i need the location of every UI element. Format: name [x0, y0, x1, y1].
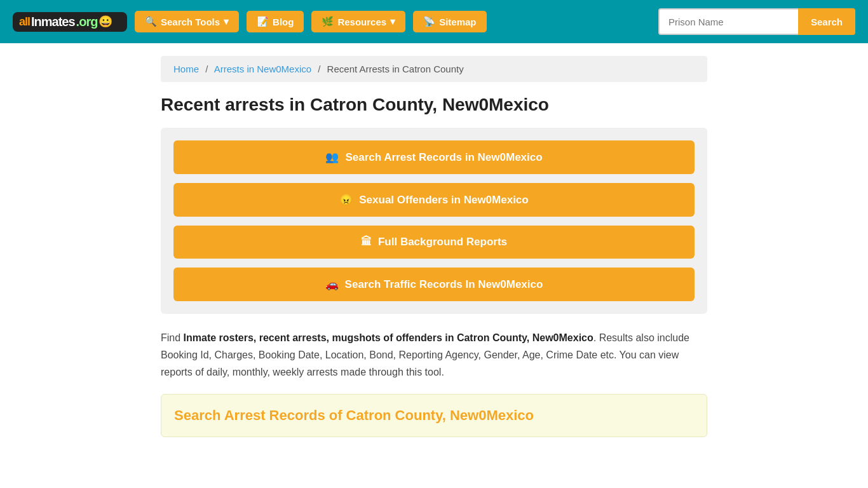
search-button-label: Search	[811, 17, 843, 27]
resources-icon: 🌿	[322, 16, 334, 27]
nav-resources[interactable]: 🌿 Resources ▾	[311, 11, 405, 32]
site-header: all Inmates .org 😀 🔍 Search Tools ▾ 📝 Bl…	[0, 0, 868, 43]
description-bold: Inmate rosters, recent arrests, mugshots…	[184, 332, 593, 343]
bottom-search-section: Search Arrest Records of Catron County, …	[161, 394, 707, 437]
breadcrumb: Home / Arrests in New0Mexico / Recent Ar…	[161, 56, 707, 82]
site-logo[interactable]: all Inmates .org 😀	[13, 12, 127, 32]
nav-search-tools[interactable]: 🔍 Search Tools ▾	[135, 11, 239, 32]
sexual-offenders-icon: 😠	[339, 193, 353, 207]
prison-search-input[interactable]	[658, 8, 798, 35]
logo-all: all	[19, 15, 30, 29]
background-reports-button[interactable]: 🏛 Full Background Reports	[173, 226, 695, 259]
sexual-offenders-label: Sexual Offenders in New0Mexico	[359, 194, 528, 207]
logo-org: .org	[76, 15, 98, 29]
search-tools-icon: 🔍	[145, 16, 157, 27]
nav-sitemap-label: Sitemap	[439, 17, 476, 27]
main-content: Home / Arrests in New0Mexico / Recent Ar…	[148, 43, 720, 450]
background-reports-icon: 🏛	[361, 236, 372, 248]
description-text: Find Inmate rosters, recent arrests, mug…	[161, 329, 707, 381]
breadcrumb-arrests-nm[interactable]: Arrests in New0Mexico	[214, 64, 311, 74]
blog-icon: 📝	[257, 16, 269, 27]
traffic-records-icon: 🚗	[325, 278, 339, 291]
logo-face-icon: 😀	[98, 15, 112, 29]
traffic-records-label: Search Traffic Records In New0Mexico	[345, 278, 543, 291]
prison-search-button[interactable]: Search	[798, 8, 855, 35]
nav-resources-label: Resources	[337, 17, 386, 27]
page-title: Recent arrests in Catron County, New0Mex…	[161, 95, 707, 115]
bottom-search-title: Search Arrest Records of Catron County, …	[174, 407, 694, 424]
action-button-panel: 👥 Search Arrest Records in New0Mexico 😠 …	[161, 128, 707, 314]
nav-blog[interactable]: 📝 Blog	[247, 11, 304, 32]
search-arrest-records-label: Search Arrest Records in New0Mexico	[345, 151, 542, 164]
dropdown-arrow-icon-2: ▾	[390, 16, 395, 27]
traffic-records-button[interactable]: 🚗 Search Traffic Records In New0Mexico	[173, 268, 695, 301]
breadcrumb-sep-2: /	[318, 64, 320, 74]
sitemap-icon: 📡	[423, 16, 435, 27]
dropdown-arrow-icon: ▾	[224, 16, 229, 27]
nav-blog-label: Blog	[273, 17, 294, 27]
search-arrest-records-button[interactable]: 👥 Search Arrest Records in New0Mexico	[173, 140, 695, 174]
breadcrumb-home[interactable]: Home	[173, 64, 199, 74]
breadcrumb-sep-1: /	[205, 64, 208, 74]
arrest-records-icon: 👥	[325, 151, 339, 164]
logo-inmates: Inmates	[31, 15, 75, 29]
sexual-offenders-button[interactable]: 😠 Sexual Offenders in New0Mexico	[173, 183, 695, 217]
description-intro: Find	[161, 332, 184, 343]
prison-search-container: Search	[658, 8, 855, 35]
background-reports-label: Full Background Reports	[378, 236, 507, 248]
breadcrumb-current: Recent Arrests in Catron County	[327, 64, 464, 74]
nav-sitemap[interactable]: 📡 Sitemap	[413, 11, 486, 32]
nav-search-tools-label: Search Tools	[161, 17, 220, 27]
